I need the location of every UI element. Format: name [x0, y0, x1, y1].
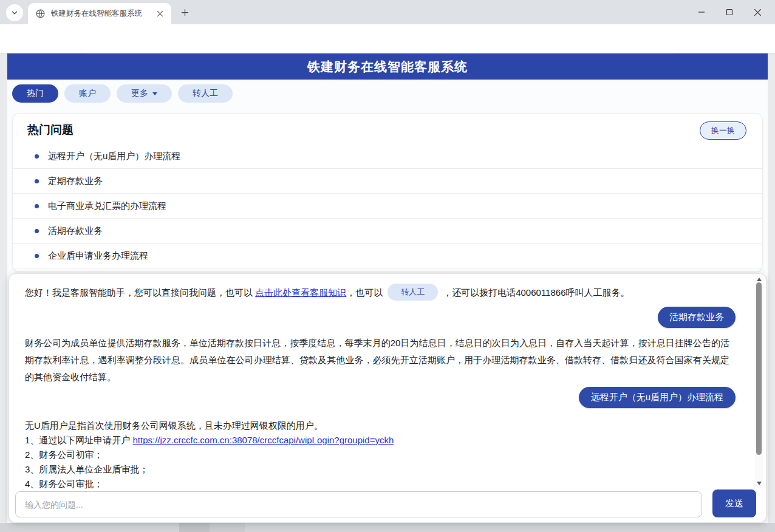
scroll-down-icon[interactable]	[757, 482, 762, 485]
chat-scrollbar[interactable]	[755, 275, 763, 488]
bullet-icon	[35, 254, 39, 258]
browser-tab-strip: 铁建财务在线智能客服系统	[0, 0, 775, 24]
bot-greeting-message: 您好！我是客服智能助手，您可以直接问我问题，也可以 点击此处查看客服知识，也可以…	[25, 284, 727, 302]
page-title: 铁建财务在线智能客服系统	[307, 58, 468, 75]
globe-icon	[35, 9, 46, 19]
page-bottom-strip	[210, 523, 245, 532]
bullet-icon	[35, 229, 39, 233]
refresh-button[interactable]: 换一换	[700, 121, 746, 140]
tab-search-button[interactable]	[6, 4, 23, 21]
plus-icon	[180, 8, 189, 17]
scrollbar-thumb[interactable]	[756, 282, 762, 455]
question-list: 远程开户（无u盾用户）办理流程 定期存款业务 电子商业承兑汇票的办理流程 活期存…	[13, 144, 762, 268]
question-item[interactable]: 定期存款业务	[13, 169, 762, 194]
hot-questions-title: 热门问题	[27, 122, 73, 138]
hot-questions-header: 热门问题 换一换	[13, 114, 762, 144]
question-item[interactable]: 活期存款业务	[13, 219, 762, 244]
question-item[interactable]: 企业盾申请业务办理流程	[13, 244, 762, 268]
browser-window: 铁建财务在线智能客服系统	[0, 0, 775, 532]
tab-label: 热门	[27, 88, 44, 99]
chat-panel: 您好！我是客服智能助手，您可以直接问我问题，也可以 点击此处查看客服知识，也可以…	[9, 273, 766, 523]
tab-close-icon[interactable]	[155, 9, 165, 19]
minimize-icon	[698, 9, 705, 16]
bot-message-line: 1、通过以下网址申请开户 https://jzz.crccfc.com.cn:3…	[25, 433, 394, 448]
user-message-bubble: 远程开户（无u盾用户）办理流程	[579, 387, 736, 408]
question-input[interactable]	[15, 491, 702, 517]
tab-agent[interactable]: 转人工	[178, 84, 233, 103]
page-bottom-strip	[179, 523, 210, 532]
question-text: 企业盾申请业务办理流程	[48, 250, 148, 262]
chat-messages: 您好！我是客服智能助手，您可以直接问我问题，也可以 点击此处查看客服知识，也可以…	[9, 274, 751, 489]
tab-label: 转人工	[193, 88, 218, 99]
question-text: 活期存款业务	[48, 225, 103, 237]
send-button[interactable]: 发送	[712, 489, 756, 517]
chevron-down-icon	[10, 9, 19, 17]
tab-hot[interactable]: 热门	[12, 84, 58, 103]
tab-label: 账户	[79, 88, 96, 99]
window-minimize-button[interactable]	[694, 0, 709, 24]
question-text: 远程开户（无u盾用户）办理流程	[48, 151, 180, 162]
browser-toolbar: kf.crccfc.com.cn	[0, 24, 775, 53]
greeting-text: 您好！我是客服智能助手，您可以直接问我问题，也可以	[25, 287, 255, 298]
knowledge-link[interactable]: 点击此处查看客服知识	[255, 287, 346, 298]
page-header: 铁建财务在线智能客服系统	[7, 53, 768, 80]
bot-message-line: 2、财务公司初审；	[25, 448, 394, 462]
hot-questions-card: 热门问题 换一换 远程开户（无u盾用户）办理流程 定期存款业务 电子商业承兑汇票…	[12, 113, 763, 272]
tab-label: 更多	[131, 88, 148, 99]
new-tab-button[interactable]	[179, 6, 191, 19]
agent-inline-button[interactable]: 转人工	[388, 284, 438, 301]
tab-more[interactable]: 更多	[117, 84, 172, 103]
tab-account[interactable]: 账户	[64, 84, 111, 103]
greeting-text: ，也可以	[346, 287, 383, 298]
bot-message-text: 无U盾用户是指首次使用财务公司网银系统，且未办理过网银权限的用户。 1、通过以下…	[25, 418, 394, 489]
bullet-icon	[35, 204, 39, 208]
tab-title: 铁建财务在线智能客服系统	[51, 9, 155, 19]
question-text: 定期存款业务	[48, 176, 103, 187]
bot-message-line-prefix: 1、通过以下网址申请开户	[25, 435, 133, 445]
bot-message-line: 4、财务公司审批；	[25, 477, 394, 489]
chevron-down-icon	[152, 92, 157, 95]
maximize-icon	[726, 9, 733, 16]
browser-tab[interactable]: 铁建财务在线智能客服系统	[28, 3, 171, 24]
category-tabs: 热门 账户 更多 转人工	[12, 84, 233, 103]
window-close-button[interactable]	[750, 0, 765, 24]
bullet-icon	[35, 179, 39, 183]
chat-composer: 发送	[9, 488, 767, 522]
bullet-icon	[35, 154, 39, 159]
question-item[interactable]: 电子商业承兑汇票的办理流程	[13, 194, 762, 219]
bot-message-line: 3、所属法人单位企业盾审批；	[25, 462, 394, 477]
greeting-text: ，还可以拨打电话4006011866呼叫人工服务。	[443, 287, 629, 298]
user-message-bubble: 活期存款业务	[658, 307, 736, 328]
scroll-up-icon[interactable]	[757, 278, 762, 281]
window-maximize-button[interactable]	[722, 0, 737, 24]
bot-message-line: 无U盾用户是指首次使用财务公司网银系统，且未办理过网银权限的用户。	[25, 418, 394, 433]
page-bottom-strip	[0, 523, 775, 532]
close-icon	[754, 9, 762, 16]
signup-url-link[interactable]: https://jzz.crccfc.com.cn:38078/crccfcap…	[133, 435, 394, 445]
question-item[interactable]: 远程开户（无u盾用户）办理流程	[13, 144, 762, 169]
question-text: 电子商业承兑汇票的办理流程	[48, 200, 166, 212]
bot-message-text: 财务公司为成员单位提供活期存款服务，单位活期存款按日计息，按季度结息，每季末月的…	[25, 335, 729, 386]
